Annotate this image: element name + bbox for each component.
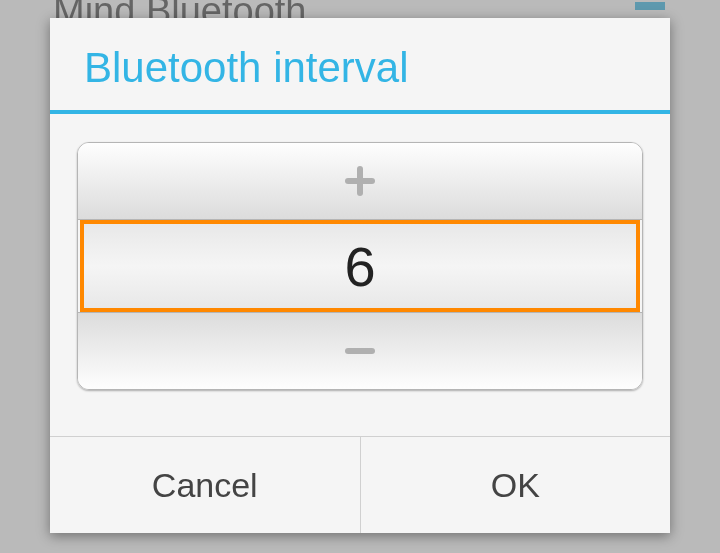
- number-value-field[interactable]: [80, 220, 640, 312]
- dialog-title: Bluetooth interval: [50, 18, 670, 110]
- svg-rect-2: [345, 348, 375, 354]
- decrement-button[interactable]: [78, 312, 642, 389]
- bluetooth-interval-dialog: Bluetooth interval: [50, 18, 670, 533]
- number-picker: [77, 142, 643, 390]
- dialog-button-bar: Cancel OK: [50, 436, 670, 533]
- number-picker-area: [50, 114, 670, 436]
- ok-button[interactable]: OK: [361, 437, 671, 533]
- increment-button[interactable]: [78, 143, 642, 220]
- minus-icon: [341, 332, 379, 370]
- number-input[interactable]: [84, 233, 636, 300]
- svg-rect-1: [345, 178, 375, 184]
- cancel-button[interactable]: Cancel: [50, 437, 361, 533]
- plus-icon: [341, 162, 379, 200]
